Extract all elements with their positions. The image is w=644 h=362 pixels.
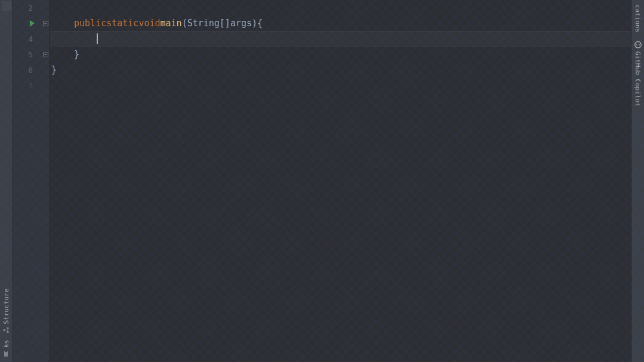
text-caret — [97, 33, 98, 44]
line-number: 2 — [13, 0, 50, 16]
keyword-void: void — [138, 18, 160, 29]
code-line[interactable] — [50, 78, 631, 93]
brace-close: } — [51, 64, 57, 75]
line-number: 3 — [13, 16, 50, 31]
right-tool-sidebar: cations GitHub Copilot — [631, 0, 644, 362]
line-number: 5 — [13, 47, 50, 62]
svg-rect-2 — [4, 329, 5, 331]
bookmark-icon — [3, 350, 10, 357]
run-icon[interactable] — [30, 20, 35, 26]
line-number: 4 — [13, 31, 50, 47]
structure-label: Structure — [2, 289, 10, 324]
editor-gutter[interactable]: 2 3 4 5 6 7 — [13, 0, 50, 362]
brackets: [] — [220, 18, 230, 29]
line-number: 6 — [13, 62, 50, 78]
param-name: args — [230, 18, 252, 29]
brace-open: { — [257, 18, 263, 29]
svg-point-5 — [639, 44, 640, 45]
code-editor[interactable]: public static void main(String[] args) {… — [50, 0, 631, 362]
notifications-label: cations — [634, 5, 642, 32]
code-line[interactable]: } — [50, 47, 631, 62]
left-tool-sidebar: Structure ks — [0, 0, 13, 362]
bookmarks-tool-button[interactable]: ks — [2, 338, 11, 360]
code-line[interactable]: } — [50, 62, 631, 78]
bookmarks-label: ks — [2, 340, 10, 348]
keyword-public: public — [74, 18, 106, 29]
structure-tool-button[interactable]: Structure — [2, 286, 11, 336]
fold-icon[interactable] — [43, 21, 48, 26]
code-line[interactable]: public static void main(String[] args) { — [50, 16, 631, 31]
paren-open: ( — [182, 18, 187, 29]
copilot-label: GitHub Copilot — [634, 51, 642, 107]
code-line-current[interactable] — [50, 31, 631, 47]
code-line[interactable] — [50, 0, 631, 16]
copilot-icon — [634, 41, 642, 49]
keyword-static: static — [106, 18, 138, 29]
svg-rect-0 — [7, 331, 9, 333]
paren-close: ) — [252, 18, 257, 29]
brace-close: } — [74, 49, 79, 60]
svg-point-3 — [634, 42, 641, 48]
fold-icon[interactable] — [43, 52, 48, 57]
line-number: 7 — [13, 78, 50, 93]
notifications-tool-button[interactable]: cations — [633, 2, 642, 35]
copilot-tool-button[interactable]: GitHub Copilot — [633, 38, 643, 109]
project-tool-icon[interactable] — [2, 1, 11, 11]
structure-icon — [3, 327, 10, 334]
svg-point-4 — [636, 44, 637, 45]
method-name: main — [161, 18, 182, 29]
type-name: String — [187, 18, 220, 29]
